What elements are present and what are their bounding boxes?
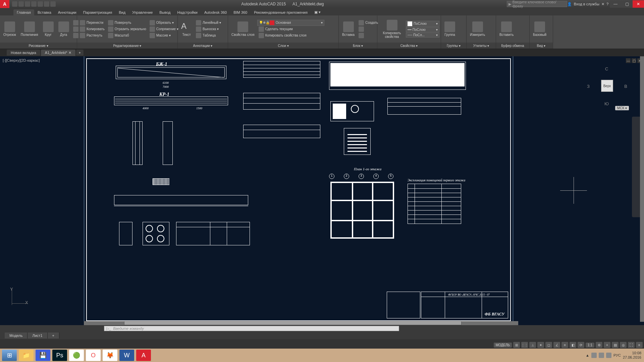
file-tab-new[interactable]: Новая вкладка	[7, 50, 40, 56]
compass-n[interactable]: С	[605, 66, 608, 71]
circle-button[interactable]: Круг	[41, 21, 56, 37]
panel-block-title[interactable]: Блок ▾	[339, 43, 377, 49]
panel-modify-title[interactable]: Редактирование ▾	[77, 43, 177, 49]
workspace-icon[interactable]: +	[604, 342, 610, 348]
array-button[interactable]: Массив ▾	[148, 33, 180, 39]
tab-parametric[interactable]: Параметризация	[80, 9, 115, 15]
status-scale[interactable]: 1:1	[586, 343, 594, 348]
qat-save-icon[interactable]	[25, 1, 30, 7]
tab-bim360[interactable]: BIM 360	[230, 9, 251, 15]
tab-model[interactable]: Модель	[5, 333, 28, 339]
infocenter-icon[interactable]: 👤	[567, 2, 572, 6]
transparency-icon[interactable]: ◧	[570, 342, 576, 348]
tray-flag-icon[interactable]	[591, 353, 597, 358]
arc-button[interactable]: Дуга	[56, 21, 71, 37]
polar-toggle-icon[interactable]: ✦	[537, 342, 544, 348]
viewcube-top-face[interactable]: Верх	[601, 80, 613, 92]
help-icon[interactable]: ?	[606, 2, 608, 6]
compass-w[interactable]: З	[587, 84, 590, 89]
compass-e[interactable]: В	[624, 84, 627, 89]
explorer-icon[interactable]: 📁	[19, 350, 34, 361]
close-tab-icon[interactable]: ✕	[68, 51, 71, 55]
viewport-label[interactable]: [-][Сверху][2D-каркас]	[3, 58, 40, 62]
make-current-button[interactable]: Сделать текущим	[257, 26, 337, 32]
scale-button[interactable]: Масштаб	[107, 33, 148, 39]
qat-redo-icon[interactable]	[50, 1, 56, 7]
maximize-button[interactable]: ▢	[621, 0, 633, 8]
customize-icon[interactable]: ≡	[636, 342, 643, 348]
save-app-icon[interactable]: 💾	[36, 350, 50, 361]
login-button[interactable]: Вход в службы	[574, 2, 599, 6]
annoscale-icon[interactable]: ⚙	[596, 342, 602, 348]
leader-button[interactable]: Выноска ▾	[195, 26, 222, 32]
tab-a360[interactable]: Autodesk 360	[201, 9, 230, 15]
color-dropdown[interactable]: ПоСлою▾	[406, 21, 439, 27]
line-button[interactable]: Отрезок	[1, 21, 18, 37]
panel-view-title[interactable]: Вид ▾	[530, 43, 553, 49]
tab-annotate[interactable]: Аннотации	[55, 9, 80, 15]
start-button[interactable]: ⊞	[2, 350, 17, 361]
trim-button[interactable]: Обрезать ▾	[148, 20, 180, 26]
bluestacks-icon[interactable]: 🟢	[69, 350, 84, 361]
tab-addins[interactable]: Надстройки	[174, 9, 201, 15]
panel-groups-title[interactable]: Группы ▾	[441, 43, 466, 49]
qat-plot-icon[interactable]	[38, 1, 43, 7]
exchange-icon[interactable]: ✕	[601, 2, 604, 6]
block-attr-button[interactable]	[357, 33, 379, 39]
panel-draw-title[interactable]: Рисование ▾	[0, 43, 77, 49]
hwaccel-icon[interactable]: ▤	[612, 342, 619, 348]
tab-layout1[interactable]: Лист1	[28, 333, 47, 339]
scrollbar-vertical[interactable]	[640, 56, 644, 322]
copy-button[interactable]: Копировать	[78, 26, 106, 32]
panel-layers-title[interactable]: Слои ▾	[228, 43, 338, 49]
minimize-button[interactable]: —	[610, 0, 621, 8]
layer-dropdown[interactable]: 💡❄🔒Основная▾	[257, 20, 324, 26]
base-view-button[interactable]: Базовый	[531, 21, 548, 37]
firefox-icon[interactable]: 🦊	[103, 350, 117, 361]
compass-s[interactable]: Ю	[604, 101, 609, 106]
tab-featured[interactable]: Рекомендованные приложения	[251, 9, 311, 15]
panel-props-title[interactable]: Свойства ▾	[377, 43, 441, 49]
doc-max-icon[interactable]: ▢	[632, 58, 636, 63]
tab-view[interactable]: Вид	[115, 9, 129, 15]
linetype-dropdown[interactable]: ── ПоСл...▾	[406, 33, 439, 38]
command-input[interactable]: ▷_ Введите команду	[104, 326, 399, 331]
opera-icon[interactable]: O	[86, 350, 101, 361]
insert-block-button[interactable]: Вставка	[340, 21, 357, 37]
file-tab-add[interactable]: +	[76, 50, 84, 56]
search-input[interactable]: ▶ Введите ключевое слово/фразу	[507, 1, 567, 7]
tray-up-icon[interactable]: ▲	[586, 353, 589, 357]
mirror-button[interactable]: Отразить зеркально	[107, 26, 148, 32]
tab-expand-icon[interactable]: ▣ ▾	[311, 9, 324, 15]
lineweight-toggle-icon[interactable]: ≡	[561, 342, 568, 348]
scroll-thumb-h[interactable]	[124, 321, 462, 325]
match-layer-button[interactable]: Копировать свойства слоя	[257, 33, 337, 39]
doc-min-icon[interactable]: —	[626, 58, 631, 63]
tray-network-icon[interactable]	[599, 353, 604, 358]
file-tab-current[interactable]: A1_Arkhitekt* ✕	[41, 50, 75, 56]
linear-dim-button[interactable]: Линейный ▾	[195, 20, 222, 26]
snap-toggle-icon[interactable]: ⋮⋮	[521, 342, 528, 348]
osnap-toggle-icon[interactable]: ◻	[545, 342, 552, 348]
qat-new-icon[interactable]	[12, 1, 17, 7]
layer-props-button[interactable]: Свойства слоя	[229, 21, 257, 37]
measure-button[interactable]: Измерить	[468, 21, 487, 37]
edit-block-button[interactable]	[357, 26, 379, 32]
word-icon[interactable]: W	[119, 350, 134, 361]
close-button[interactable]: ✕	[633, 0, 644, 8]
otrack-toggle-icon[interactable]: ∠	[553, 342, 560, 348]
tray-lang[interactable]: РУС	[613, 353, 621, 357]
tray-clock[interactable]: 10:08 27.06.2016	[623, 351, 641, 360]
stretch-button[interactable]: Растянуть	[78, 33, 106, 39]
clean-screen-icon[interactable]: ⛶	[628, 342, 635, 348]
grid-toggle-icon[interactable]: ⊞	[513, 342, 520, 348]
rotate-button[interactable]: Повернуть	[107, 20, 148, 26]
tab-add-layout[interactable]: +	[48, 333, 59, 339]
qat-saveas-icon[interactable]	[31, 1, 37, 7]
photoshop-icon[interactable]: Ps	[52, 350, 67, 361]
table-button[interactable]: Таблица	[195, 33, 222, 39]
lineweight-dropdown[interactable]: ━━ ПоСлою▾	[406, 27, 439, 32]
polyline-button[interactable]: Полилиния	[19, 21, 40, 37]
tab-insert[interactable]: Вставка	[34, 9, 55, 15]
move-button[interactable]: Перенести	[78, 20, 106, 26]
